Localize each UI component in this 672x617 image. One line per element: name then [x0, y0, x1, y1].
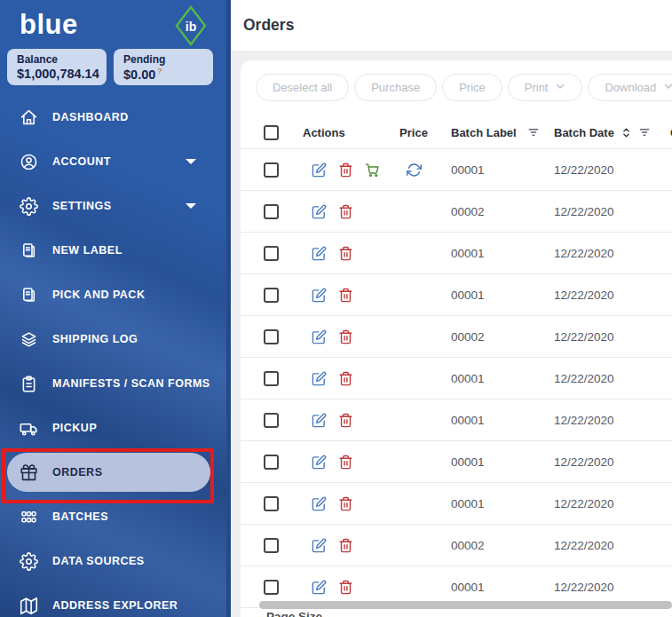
delete-icon[interactable]	[338, 496, 353, 511]
sidebar-item-label: BATCHES	[52, 510, 108, 523]
delete-icon[interactable]	[338, 455, 353, 470]
sidebar-item-manifests-scan-forms[interactable]: MANIFESTS / SCAN FORMS	[0, 361, 226, 406]
button-label: Print	[525, 81, 549, 94]
row-checkbox[interactable]	[264, 371, 279, 386]
delete-icon[interactable]	[338, 204, 353, 219]
chevron-icon	[555, 81, 565, 94]
sidebar-item-label: SHIPPING LOG	[52, 333, 138, 345]
row-checkbox[interactable]	[264, 580, 279, 595]
row-batch-date: 12/22/2020	[547, 497, 668, 510]
document-icon	[20, 241, 38, 260]
row-actions	[294, 246, 387, 261]
sidebar-item-orders[interactable]: ORDERS	[7, 453, 210, 492]
price-button[interactable]: Price	[442, 74, 502, 101]
content-area: Deselect allPurchasePricePrintDownload A…	[231, 51, 672, 617]
edit-icon[interactable]	[312, 162, 327, 178]
sidebar-item-data-sources[interactable]: DATA SOURCES	[0, 539, 226, 583]
delete-icon[interactable]	[338, 162, 353, 178]
home-icon	[20, 108, 38, 127]
map-icon	[20, 597, 38, 615]
sidebar-item-dashboard[interactable]: DASHBOARD	[0, 95, 226, 139]
row-actions	[294, 288, 387, 303]
chevron-icon	[663, 81, 672, 94]
document-icon	[20, 286, 38, 305]
sort-icon[interactable]	[621, 127, 632, 138]
edit-icon[interactable]	[312, 204, 327, 219]
row-checkbox[interactable]	[264, 204, 279, 219]
refresh-icon[interactable]	[407, 162, 422, 178]
row-batch-label: 00002	[440, 330, 547, 344]
delete-icon[interactable]	[338, 288, 353, 303]
row-actions	[294, 413, 387, 428]
edit-icon[interactable]	[312, 371, 327, 386]
row-batch-label: 00001	[440, 289, 547, 302]
purchase-button[interactable]: Purchase	[354, 74, 437, 101]
button-label: Download	[605, 81, 656, 94]
filter-icon[interactable]	[638, 126, 651, 138]
edit-icon[interactable]	[312, 580, 327, 595]
sidebar-nav: DASHBOARDACCOUNTSETTINGSNEW LABELPICK AN…	[0, 95, 226, 617]
delete-icon[interactable]	[338, 246, 353, 261]
row-actions	[294, 580, 387, 595]
edit-icon[interactable]	[312, 538, 327, 553]
batch-label-column-label: Batch Label	[451, 126, 517, 139]
table-row: 0000112/22/2020	[241, 441, 672, 483]
button-label: Deselect all	[273, 81, 332, 94]
help-question-mark[interactable]: ?	[157, 67, 162, 75]
edit-icon[interactable]	[312, 455, 327, 470]
sidebar-item-shipping-log[interactable]: SHIPPING LOG	[0, 317, 226, 361]
gear-icon	[20, 197, 38, 216]
sidebar-item-label: ACCOUNT	[52, 155, 111, 168]
select-all-checkbox[interactable]	[264, 125, 279, 140]
row-batch-label: 00001	[440, 581, 547, 594]
sidebar-item-settings[interactable]: SETTINGS	[0, 184, 226, 228]
horizontal-scrollbar[interactable]	[259, 601, 672, 609]
edit-icon[interactable]	[312, 246, 327, 261]
sidebar-item-pickup[interactable]: PICKUP	[0, 406, 226, 450]
row-checkbox[interactable]	[264, 288, 279, 303]
sidebar-item-address-explorer[interactable]: ADDRESS EXPLORER	[0, 583, 226, 617]
edit-icon[interactable]	[312, 329, 327, 344]
orders-panel: Deselect allPurchasePricePrintDownload A…	[241, 60, 672, 617]
download-button[interactable]: Download	[588, 74, 672, 101]
print-button[interactable]: Print	[508, 74, 583, 101]
sidebar-item-label: DATA SOURCES	[52, 555, 145, 567]
row-checkbox[interactable]	[264, 162, 279, 178]
row-checkbox[interactable]	[264, 455, 279, 470]
delete-icon[interactable]	[338, 413, 353, 428]
delete-icon[interactable]	[338, 371, 353, 386]
gift-icon	[20, 463, 38, 482]
filter-icon[interactable]	[527, 126, 540, 138]
row-actions	[294, 204, 387, 219]
sidebar-item-label: ORDERS	[52, 466, 102, 479]
row-actions	[294, 538, 387, 553]
row-checkbox-cell	[241, 455, 294, 470]
clipboard-icon	[20, 375, 38, 393]
row-checkbox[interactable]	[264, 413, 279, 428]
sidebar-item-account[interactable]: ACCOUNT	[0, 139, 226, 184]
balance-card: Balance $1,000,784.14	[7, 49, 107, 85]
row-batch-date: 12/22/2020	[547, 372, 668, 385]
row-checkbox-cell	[241, 288, 294, 303]
deselect-all-button[interactable]: Deselect all	[256, 74, 349, 101]
row-batch-label: 00001	[440, 372, 547, 385]
edit-icon[interactable]	[312, 496, 327, 511]
row-checkbox[interactable]	[264, 496, 279, 511]
row-checkbox[interactable]	[264, 538, 279, 553]
row-actions	[294, 162, 387, 178]
sidebar-item-label: DASHBOARD	[52, 111, 129, 123]
row-checkbox[interactable]	[264, 329, 279, 344]
top-bar: Orders	[231, 0, 672, 51]
sidebar-item-new-label[interactable]: NEW LABEL	[0, 228, 226, 273]
delete-icon[interactable]	[338, 580, 353, 595]
edit-icon[interactable]	[312, 413, 327, 428]
delete-icon[interactable]	[338, 329, 353, 344]
sidebar-item-batches[interactable]: BATCHES	[0, 494, 226, 539]
delete-icon[interactable]	[338, 538, 353, 553]
sidebar-item-pick-and-pack[interactable]: PICK AND PACK	[0, 273, 226, 317]
row-checkbox[interactable]	[264, 246, 279, 261]
balance-value: $1,000,784.14	[17, 67, 97, 81]
cart-icon[interactable]	[365, 162, 380, 178]
row-checkbox-cell	[241, 413, 294, 428]
edit-icon[interactable]	[312, 288, 327, 303]
